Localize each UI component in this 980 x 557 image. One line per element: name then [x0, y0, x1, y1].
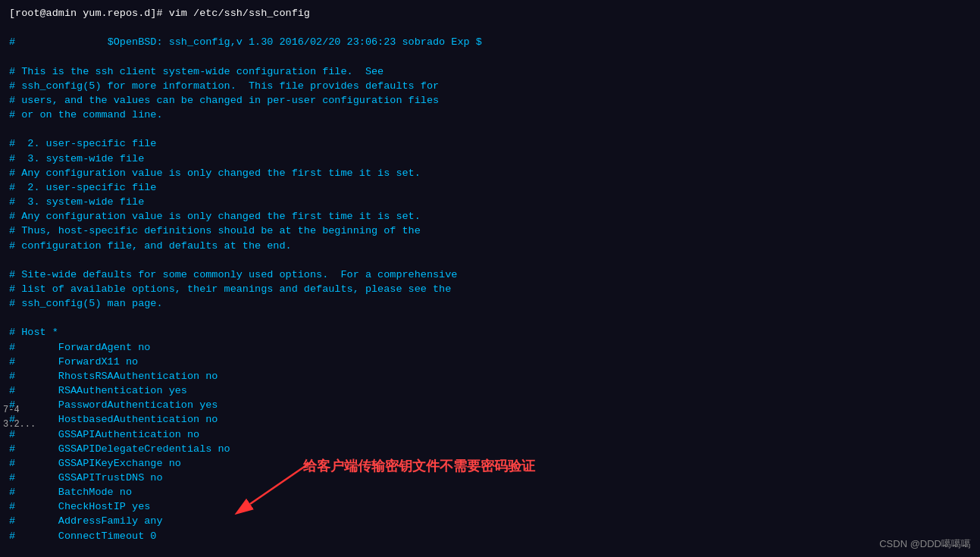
code-line-users: # users, and the values can be changed i… — [9, 93, 971, 108]
code-line-2-user2: # 2. user-specific file — [9, 180, 971, 195]
code-line-forwardx11: # ForwardX11 no — [9, 355, 971, 369]
code-line-rsa: # RSAAuthentication yes — [9, 383, 971, 398]
code-line-any1: # Any configuration value is only change… — [9, 166, 971, 180]
code-line-site: # Site-wide defaults for some commonly u… — [9, 268, 971, 282]
blank-line-4 — [9, 253, 971, 268]
code-line-addressfamily: # AddressFamily any — [9, 514, 971, 528]
code-line-any2: # Any configuration value is only change… — [9, 209, 971, 224]
code-line-forwardagent: # ForwardAgent no — [9, 340, 971, 355]
code-line-thus: # Thus, host-specific definitions should… — [9, 224, 971, 238]
code-line-list: # list of available options, their meani… — [9, 282, 971, 296]
code-line-this: # This is the ssh client system-wide con… — [9, 64, 971, 79]
code-line-stricthostkey: StrictHostKeyChecking no — [9, 543, 971, 557]
code-line-ssh5: # ssh_config(5) man page. — [9, 296, 971, 311]
sidebar-num-1: 7-4 — [3, 403, 36, 418]
code-line-gssapidelegate: # GSSAPIDelegateCredentials no — [9, 442, 971, 456]
code-line-openbsd: # $OpenBSD: ssh_config,v 1.30 2016/02/20… — [9, 35, 971, 49]
code-line-host: # Host * — [9, 325, 971, 340]
code-line-or: # or on the command line. — [9, 108, 971, 122]
blank-line-3 — [9, 122, 971, 136]
code-line-gssapi: # GSSAPIAuthentication no — [9, 427, 971, 442]
code-line-3-sys2: # 3. system-wide file — [9, 195, 971, 209]
code-line-rhosts: # RhostsRSAAuthentication no — [9, 369, 971, 383]
command-line: [root@admin yum.repos.d]# vim /etc/ssh/s… — [9, 6, 971, 20]
blank-line-5 — [9, 311, 971, 325]
code-line-batchmode: # BatchMode no — [9, 485, 971, 499]
code-line-3-sys: # 3. system-wide file — [9, 152, 971, 166]
watermark: CSDN @DDD噶噶噶 — [879, 537, 971, 551]
code-line-config: # configuration file, and defaults at th… — [9, 239, 971, 253]
code-line-checkhostip: # CheckHostIP yes — [9, 499, 971, 514]
code-line-connecttimeout: # ConnectTimeout 0 — [9, 529, 971, 543]
annotation-text: 给客户端传输密钥文件不需要密码验证 — [303, 457, 535, 475]
terminal-window: [root@admin yum.repos.d]# vim /etc/ssh/s… — [0, 0, 980, 557]
code-line-hostbased: # HostbasedAuthentication no — [9, 412, 971, 427]
sidebar-line-numbers: 7-4 3.2... — [0, 402, 39, 433]
code-line-2-user: # 2. user-specific file — [9, 136, 971, 151]
blank-line-2 — [9, 49, 971, 64]
code-line-password: # PasswordAuthentication yes — [9, 398, 971, 412]
svg-line-1 — [250, 462, 311, 504]
sidebar-num-2: 3.2... — [3, 418, 36, 432]
code-line-sshconfig5: # ssh_config(5) for more information. Th… — [9, 79, 971, 93]
blank-line-1 — [9, 20, 971, 35]
